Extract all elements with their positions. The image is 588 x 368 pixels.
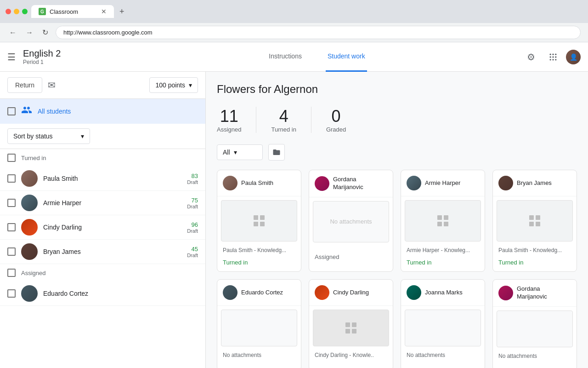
traffic-lights bbox=[6, 9, 28, 14]
section-title-turned-in: Turned in bbox=[21, 155, 46, 161]
card-student-name: Gordana Marijanovic bbox=[333, 176, 387, 191]
svg-point-2 bbox=[555, 53, 556, 55]
content-area: Flowers for Algernon 11 Assigned 4 Turne… bbox=[206, 72, 588, 368]
main-nav: Instructions Student work bbox=[119, 42, 514, 72]
all-students-checkbox[interactable] bbox=[7, 107, 16, 115]
student-card[interactable]: Armie Harper Armie Harper - Knowleg... T… bbox=[401, 170, 485, 272]
card-filename: No attachments bbox=[217, 350, 301, 362]
minimize-traffic-light[interactable] bbox=[14, 9, 19, 14]
card-thumbnail bbox=[405, 200, 481, 242]
app-header: ☰ English 2 Period 1 Instructions Studen… bbox=[0, 42, 588, 72]
student-checkbox[interactable] bbox=[7, 289, 16, 298]
group-icon bbox=[21, 104, 32, 118]
student-card[interactable]: Joanna Marks No attachments bbox=[401, 279, 485, 368]
grade-label: Draft bbox=[187, 204, 198, 209]
student-card[interactable]: Gordana Marijanovic No attachments bbox=[492, 279, 577, 368]
svg-point-8 bbox=[555, 59, 556, 60]
stat-graded-label: Graded bbox=[326, 126, 346, 133]
student-name: Armie Harper bbox=[43, 199, 187, 207]
tab-instructions[interactable]: Instructions bbox=[267, 42, 304, 72]
stat-turned-in-label: Turned in bbox=[271, 126, 296, 133]
svg-point-0 bbox=[550, 53, 551, 55]
turned-in-students: Paula Smith 83 Draft Armie Harper 75 Dra… bbox=[0, 167, 205, 264]
section-title-assigned: Assigned bbox=[21, 270, 45, 276]
card-avatar-bryan bbox=[498, 176, 513, 190]
apps-button[interactable] bbox=[544, 48, 562, 66]
svg-point-3 bbox=[550, 56, 551, 58]
card-status: Turned in bbox=[493, 257, 577, 271]
close-traffic-light[interactable] bbox=[6, 9, 11, 14]
card-header: Paula Smith bbox=[217, 170, 301, 196]
card-avatar-armie bbox=[407, 176, 421, 190]
student-row[interactable]: Armie Harper 75 Draft bbox=[0, 191, 205, 215]
settings-button[interactable]: ⚙ bbox=[522, 48, 540, 66]
assigned-students: Eduardo Cortez bbox=[0, 282, 205, 306]
student-name: Bryan James bbox=[43, 248, 187, 255]
student-row[interactable]: Bryan James 45 Draft bbox=[0, 240, 205, 264]
menu-icon[interactable]: ☰ bbox=[7, 52, 16, 63]
student-card[interactable]: Bryan James Paula Smith - Knowledg... Tu… bbox=[492, 170, 577, 272]
stat-assigned-num: 11 bbox=[220, 107, 238, 126]
svg-point-4 bbox=[552, 56, 554, 58]
svg-point-6 bbox=[550, 59, 551, 60]
section-checkbox-assigned[interactable] bbox=[7, 269, 16, 277]
card-student-name: Gordana Marijanovic bbox=[517, 285, 571, 301]
address-bar[interactable] bbox=[56, 26, 581, 39]
filter-selected: All bbox=[223, 149, 230, 156]
student-grade: 83 bbox=[187, 172, 198, 179]
student-card[interactable]: Eduardo Cortez No attachments bbox=[217, 279, 301, 368]
grade-label: Draft bbox=[187, 253, 198, 258]
student-card[interactable]: Gordana Marijanovic No attachments Assig… bbox=[309, 170, 393, 272]
address-bar-row: ← → ↻ bbox=[0, 23, 588, 42]
browser-tab[interactable]: G Classroom ✕ bbox=[31, 5, 114, 18]
stat-assigned: 11 Assigned bbox=[217, 107, 256, 133]
card-filename: Paula Smith - Knowledg... bbox=[217, 245, 301, 257]
all-students-row[interactable]: All students bbox=[0, 99, 205, 124]
card-header: Bryan James bbox=[493, 170, 577, 196]
card-filename: Cindy Darling - Knowle.. bbox=[309, 350, 393, 362]
folder-button[interactable] bbox=[268, 144, 285, 161]
card-student-name: Cindy Darling bbox=[333, 289, 369, 297]
tab-student-work[interactable]: Student work bbox=[326, 42, 367, 72]
student-card[interactable]: Cindy Darling Cindy Darling - Knowle.. bbox=[309, 279, 393, 368]
section-checkbox-turned-in[interactable] bbox=[7, 154, 16, 162]
student-checkbox[interactable] bbox=[7, 174, 16, 183]
sort-dropdown[interactable]: Sort by status ▾ bbox=[7, 128, 90, 144]
card-header: Armie Harper bbox=[401, 170, 485, 196]
student-avatar-armie bbox=[21, 195, 38, 211]
browser-chrome: G Classroom ✕ + bbox=[0, 0, 588, 23]
card-avatar-joanna bbox=[407, 285, 421, 300]
student-checkbox[interactable] bbox=[7, 223, 16, 231]
student-name: Paula Smith bbox=[43, 175, 187, 182]
card-filename: No attachments bbox=[493, 351, 577, 363]
new-tab-button[interactable]: + bbox=[118, 5, 126, 18]
card-thumbnail bbox=[313, 310, 389, 346]
back-button[interactable]: ← bbox=[7, 27, 18, 39]
card-header: Eduardo Cortez bbox=[217, 280, 301, 306]
student-row[interactable]: Paula Smith 83 Draft bbox=[0, 167, 205, 191]
filter-dropdown[interactable]: All ▾ bbox=[217, 144, 263, 160]
points-dropdown[interactable]: 100 points ▾ bbox=[149, 77, 198, 93]
forward-button[interactable]: → bbox=[24, 27, 35, 39]
student-checkbox[interactable] bbox=[7, 247, 16, 256]
svg-point-7 bbox=[552, 59, 554, 60]
card-filename: Paula Smith - Knowledg... bbox=[493, 245, 577, 257]
maximize-traffic-light[interactable] bbox=[22, 9, 28, 14]
tab-close-button[interactable]: ✕ bbox=[101, 8, 107, 15]
student-grade: 45 bbox=[187, 246, 198, 253]
no-attachment-label: No attachments bbox=[330, 218, 372, 225]
card-filename: No attachments bbox=[401, 350, 485, 362]
student-row[interactable]: Eduardo Cortez bbox=[0, 282, 205, 306]
student-row[interactable]: Cindy Darling 96 Draft bbox=[0, 215, 205, 240]
card-filename bbox=[309, 246, 393, 252]
mail-button[interactable]: ✉ bbox=[48, 80, 56, 91]
user-avatar[interactable]: 👤 bbox=[566, 50, 581, 64]
card-header: Gordana Marijanovic bbox=[493, 280, 577, 307]
sort-chevron-icon: ▾ bbox=[81, 132, 84, 140]
card-thumbnail bbox=[221, 310, 297, 346]
student-checkbox[interactable] bbox=[7, 199, 16, 207]
stat-turned-in: 4 Turned in bbox=[271, 107, 311, 133]
refresh-button[interactable]: ↻ bbox=[40, 26, 50, 39]
student-card[interactable]: Paula Smith Paula Smith - Knowledg... Tu… bbox=[217, 170, 301, 272]
return-button[interactable]: Return bbox=[7, 77, 42, 93]
